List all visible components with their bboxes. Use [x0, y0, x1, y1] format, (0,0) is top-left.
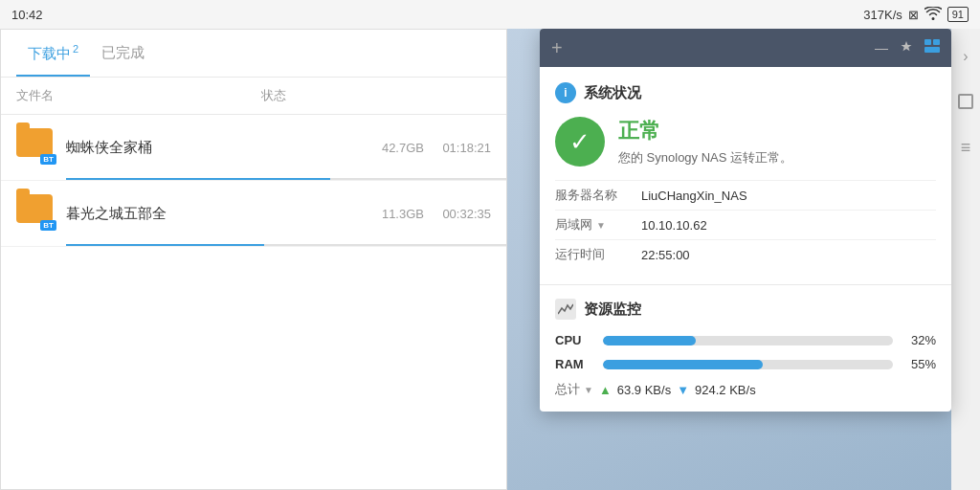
network-speed: 317K/s	[863, 8, 902, 22]
list-item: 运行时间 22:55:00	[555, 239, 936, 269]
upload-arrow-icon: ▲	[599, 383, 612, 397]
tab-downloading[interactable]: 下载中2	[16, 30, 90, 77]
battery-icon: 91	[947, 7, 969, 22]
section-title: i 系统状况	[555, 82, 936, 103]
sidebar-right: › ≡	[951, 29, 980, 490]
folder-icon	[16, 194, 53, 223]
wifi-icon	[924, 7, 942, 23]
file-time: 00:32:35	[424, 207, 491, 221]
status-check-circle: ✓	[555, 117, 605, 167]
status-bar: 10:42 317K/s ⊠ 91	[0, 0, 980, 29]
status-content: ✓ 正常 您的 Synology NAS 运转正常。	[555, 117, 936, 167]
download-arrow-icon: ▼	[677, 383, 689, 397]
network-label[interactable]: 总计 ▼	[555, 381, 593, 398]
download-list: BT 蜘蛛侠全家桶 42.7GB 01:18:21 BT 暮光之城五部全 11.…	[1, 115, 506, 247]
progress-bar	[66, 178, 506, 180]
resource-section-title: 资源监控	[555, 299, 936, 320]
col-header-name: 文件名	[16, 87, 261, 104]
minimize-icon[interactable]: —	[875, 40, 888, 56]
network-dropdown-icon[interactable]: ▼	[584, 385, 593, 395]
table-row[interactable]: BT 暮光之城五部全 11.3GB 00:32:35	[1, 181, 506, 247]
file-icon: BT	[16, 128, 55, 167]
table-row[interactable]: BT 蜘蛛侠全家桶 42.7GB 01:18:21	[1, 115, 506, 181]
tab-completed[interactable]: 已完成	[90, 31, 156, 76]
sidebar-square-icon	[958, 94, 973, 109]
col-header-extra	[376, 87, 491, 104]
popup-titlebar: + —	[540, 29, 951, 67]
svg-rect-2	[924, 47, 940, 53]
info-label: 局域网 ▼	[555, 216, 641, 234]
ram-percent: 55%	[902, 357, 936, 371]
download-manager-window: 下载中2 已完成 文件名 状态 BT 蜘蛛侠全家桶 42.7GB 01:18:2…	[0, 29, 507, 490]
progress-bar	[66, 244, 506, 246]
info-value: LiuCHangXin_NAS	[641, 189, 936, 203]
network-row: 总计 ▼ ▲ 63.9 KB/s ▼ 924.2 KB/s	[555, 381, 936, 398]
list-item: 服务器名称 LiuCHangXin_NAS	[555, 180, 936, 210]
resource-icon	[555, 299, 576, 320]
cpu-bar-bg	[603, 336, 893, 345]
ram-row: RAM 55%	[555, 357, 936, 371]
status-text: 正常 您的 Synology NAS 运转正常。	[618, 117, 792, 167]
progress-fill	[66, 178, 330, 180]
ram-bar-bg	[603, 360, 893, 369]
info-icon: i	[555, 82, 576, 103]
file-icon: BT	[16, 194, 55, 233]
system-status-popup: + — i 系统状况 ✓	[540, 29, 951, 412]
clock: 10:42	[11, 8, 43, 22]
progress-fill	[66, 244, 264, 246]
info-value: 22:55:00	[641, 248, 936, 262]
info-label: 服务器名称	[555, 187, 641, 204]
file-name: 暮光之城五部全	[66, 205, 357, 223]
cpu-label: CPU	[555, 333, 593, 347]
col-header-status: 状态	[261, 87, 376, 104]
ram-bar-fill	[603, 360, 763, 369]
cpu-row: CPU 32%	[555, 333, 936, 347]
checkmark-icon: ✓	[569, 127, 590, 157]
folder-icon	[16, 128, 53, 157]
download-column-headers: 文件名 状态	[1, 78, 506, 115]
menu-icon[interactable]: ≡	[961, 138, 971, 158]
system-status-section: i 系统状况 ✓ 正常 您的 Synology NAS 运转正常。 服务器名称 …	[540, 67, 951, 285]
list-item: 局域网 ▼ 10.10.10.62	[555, 210, 936, 239]
ram-label: RAM	[555, 357, 593, 371]
file-size: 42.7GB	[357, 141, 424, 155]
file-size: 11.3GB	[357, 207, 424, 221]
file-name: 蜘蛛侠全家桶	[66, 139, 357, 157]
popup-add-button[interactable]: +	[551, 37, 563, 59]
svg-rect-1	[933, 39, 940, 45]
info-value: 10.10.10.62	[641, 218, 936, 233]
cpu-bar-fill	[603, 336, 696, 345]
status-desc: 您的 Synology NAS 运转正常。	[618, 149, 792, 167]
pin-icon[interactable]	[900, 40, 913, 56]
chevron-icon[interactable]: ›	[963, 48, 968, 65]
file-time: 01:18:21	[424, 141, 491, 155]
info-label: 运行时间	[555, 246, 641, 263]
dropdown-arrow-icon[interactable]: ▼	[596, 220, 606, 231]
info-rows: 服务器名称 LiuCHangXin_NAS 局域网 ▼ 10.10.10.62 …	[555, 180, 936, 269]
signal-icon: ⊠	[908, 8, 919, 22]
layout-icon[interactable]	[924, 39, 940, 56]
download-speed: 924.2 KB/s	[695, 383, 756, 397]
cpu-percent: 32%	[902, 333, 936, 347]
status-label: 正常	[618, 117, 792, 145]
svg-rect-0	[924, 39, 931, 45]
download-tabs: 下载中2 已完成	[1, 30, 506, 78]
upload-speed: 63.9 KB/s	[617, 383, 671, 397]
resource-monitor-section: 资源监控 CPU 32% RAM 55% 总计 ▼ ▲ 63.9 KB/s	[540, 285, 951, 412]
